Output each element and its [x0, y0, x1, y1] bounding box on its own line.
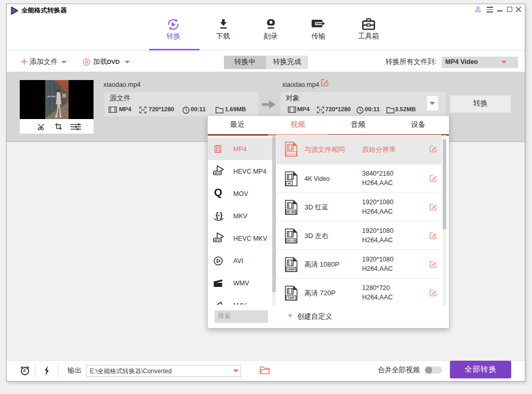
- svg-text:3D LR: 3D LR: [287, 239, 296, 242]
- svg-text:}: }: [220, 211, 223, 219]
- svg-text:1080P: 1080P: [287, 268, 296, 271]
- svg-text:HBPLAN: HBPLAN: [47, 95, 56, 98]
- svg-text:4K: 4K: [287, 182, 291, 185]
- svg-text:3D RB: 3D RB: [286, 211, 295, 214]
- svg-text:HEVC: HEVC: [214, 239, 221, 242]
- svg-text:720P: 720P: [287, 296, 295, 299]
- svg-text:source: source: [286, 152, 296, 155]
- svg-text:HEVC: HEVC: [214, 172, 221, 175]
